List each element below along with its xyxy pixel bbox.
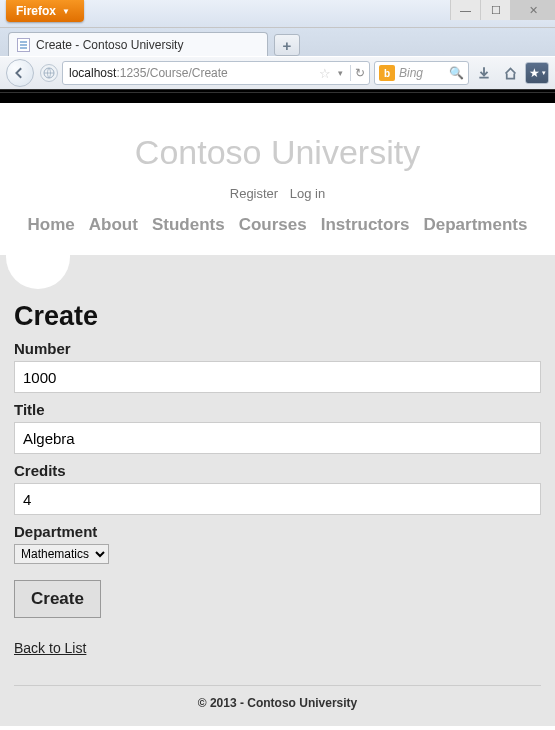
main-nav: Home About Students Courses Instructors … xyxy=(0,201,555,245)
number-label: Number xyxy=(14,340,541,357)
url-host: localhost xyxy=(69,66,116,80)
page-footer: © 2013 - Contoso University xyxy=(14,685,541,726)
credits-label: Credits xyxy=(14,462,541,479)
new-tab-button[interactable]: + xyxy=(274,34,300,56)
top-black-bar xyxy=(0,93,555,103)
nav-about[interactable]: About xyxy=(89,215,138,235)
search-bar[interactable]: b Bing 🔍 xyxy=(374,61,469,85)
bing-icon: b xyxy=(379,65,395,81)
home-button[interactable] xyxy=(499,62,521,84)
create-button[interactable]: Create xyxy=(14,580,101,618)
reload-icon[interactable]: ↻ xyxy=(355,66,365,80)
nav-departments[interactable]: Departments xyxy=(423,215,527,235)
page-favicon-icon xyxy=(17,38,30,52)
firefox-menu-button[interactable]: Firefox ▼ xyxy=(6,0,84,22)
back-to-list-link[interactable]: Back to List xyxy=(14,640,86,656)
account-links: Register Log in xyxy=(0,186,555,201)
downloads-button[interactable] xyxy=(473,62,495,84)
department-label: Department xyxy=(14,523,541,540)
window-titlebar: Firefox ▼ — ☐ ✕ xyxy=(0,0,555,28)
page-heading: Create xyxy=(14,301,541,332)
login-link[interactable]: Log in xyxy=(290,186,325,201)
arrow-left-icon xyxy=(14,67,26,79)
browser-tab[interactable]: Create - Contoso University xyxy=(8,32,268,56)
nav-courses[interactable]: Courses xyxy=(239,215,307,235)
number-input[interactable] xyxy=(14,361,541,393)
content-area: Create Number Title Credits Department M… xyxy=(0,255,555,726)
chevron-down-icon[interactable]: ▾ xyxy=(338,68,343,78)
chevron-down-icon: ▼ xyxy=(62,7,70,16)
nav-home[interactable]: Home xyxy=(28,215,75,235)
register-link[interactable]: Register xyxy=(230,186,278,201)
credits-input[interactable] xyxy=(14,483,541,515)
header-curve xyxy=(6,255,70,289)
window-controls: — ☐ ✕ xyxy=(450,0,555,20)
page-viewport: Contoso University Register Log in Home … xyxy=(0,93,555,730)
department-select[interactable]: Mathematics xyxy=(14,544,109,564)
nav-instructors[interactable]: Instructors xyxy=(321,215,410,235)
search-icon[interactable]: 🔍 xyxy=(449,66,464,80)
title-input[interactable] xyxy=(14,422,541,454)
back-button[interactable] xyxy=(6,59,34,87)
nav-students[interactable]: Students xyxy=(152,215,225,235)
tab-strip: Create - Contoso University + xyxy=(0,28,555,56)
close-button[interactable]: ✕ xyxy=(510,0,555,20)
tab-title: Create - Contoso University xyxy=(36,38,183,52)
title-label: Title xyxy=(14,401,541,418)
browser-toolbar: localhost:1235/Course/Create ☆ ▾ ↻ b Bin… xyxy=(0,56,555,89)
search-placeholder: Bing xyxy=(399,66,423,80)
maximize-button[interactable]: ☐ xyxy=(480,0,510,20)
bookmarks-menu-button[interactable]: ★▾ xyxy=(525,62,549,84)
firefox-menu-label: Firefox xyxy=(16,4,56,18)
site-header: Contoso University Register Log in Home … xyxy=(0,103,555,255)
bookmark-star-icon[interactable]: ☆ xyxy=(319,66,331,81)
address-bar[interactable]: localhost:1235/Course/Create ☆ ▾ ↻ xyxy=(62,61,370,85)
site-title: Contoso University xyxy=(0,133,555,172)
globe-icon xyxy=(40,64,58,82)
url-path: :1235/Course/Create xyxy=(116,66,227,80)
minimize-button[interactable]: — xyxy=(450,0,480,20)
